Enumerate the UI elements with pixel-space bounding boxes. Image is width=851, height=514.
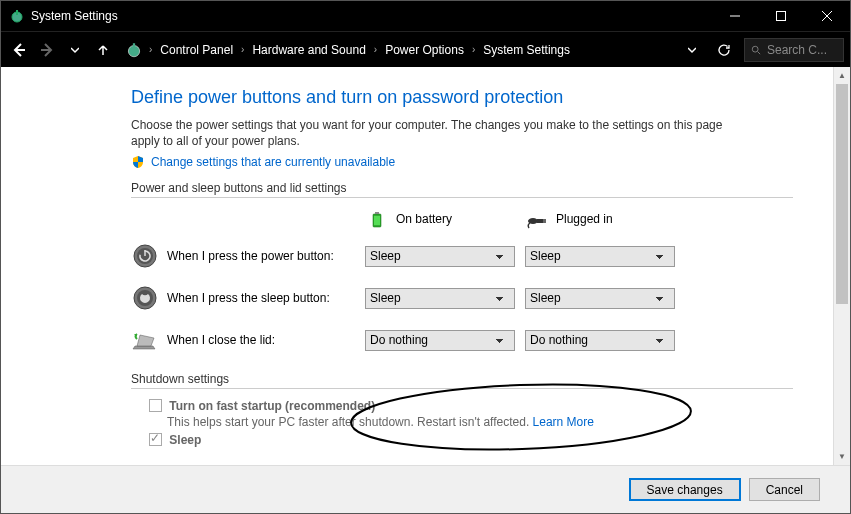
title-bar: System Settings: [1, 1, 850, 31]
page-description: Choose the power settings that you want …: [131, 118, 751, 149]
close-lid-battery-select[interactable]: Do nothing: [365, 330, 515, 351]
crumb-power-options[interactable]: Power Options: [383, 41, 466, 59]
scroll-down-icon[interactable]: ▼: [834, 448, 850, 465]
chevron-right-icon: ›: [147, 44, 154, 55]
close-button[interactable]: [804, 1, 850, 31]
back-button[interactable]: [7, 38, 31, 62]
power-button-icon: [131, 242, 159, 270]
svg-rect-9: [133, 43, 135, 49]
buttons-section-label: Power and sleep buttons and lid settings: [131, 181, 793, 198]
col-plugged-label: Plugged in: [556, 212, 613, 226]
scrollbar[interactable]: ▲ ▼: [833, 67, 850, 465]
crumb-hardware[interactable]: Hardware and Sound: [250, 41, 367, 59]
scrollbar-thumb[interactable]: [836, 84, 848, 304]
fast-startup-help: This helps start your PC faster after sh…: [131, 415, 793, 429]
crumb-system-settings[interactable]: System Settings: [481, 41, 572, 59]
recent-dropdown-icon[interactable]: [63, 38, 87, 62]
search-box[interactable]: [744, 38, 844, 62]
power-button-battery-select[interactable]: Sleep: [365, 246, 515, 267]
sleep-button-plugged-select[interactable]: Sleep: [525, 288, 675, 309]
address-dropdown-icon[interactable]: [680, 38, 704, 62]
shield-icon: [131, 155, 145, 169]
svg-line-11: [758, 51, 761, 54]
chevron-right-icon: ›: [470, 44, 477, 55]
refresh-button[interactable]: [712, 38, 736, 62]
close-lid-plugged-select[interactable]: Do nothing: [525, 330, 675, 351]
sleep-checkbox: [149, 433, 162, 446]
laptop-lid-icon: [131, 326, 159, 354]
scroll-up-icon[interactable]: ▲: [834, 67, 850, 84]
svg-rect-3: [777, 12, 786, 21]
column-headers: On battery Plugged in: [131, 208, 793, 230]
power-plan-icon: [125, 41, 143, 59]
window-title: System Settings: [31, 9, 712, 23]
chevron-right-icon: ›: [239, 44, 246, 55]
page-heading: Define power buttons and turn on passwor…: [131, 87, 793, 108]
sleep-checkbox-label: Sleep: [169, 433, 201, 447]
footer-bar: Save changes Cancel: [1, 465, 850, 513]
row-close-lid: When I close the lid: Do nothing Do noth…: [131, 326, 793, 354]
save-button[interactable]: Save changes: [629, 478, 741, 501]
svg-rect-1: [16, 10, 18, 15]
row-close-lid-label: When I close the lid:: [167, 333, 365, 347]
up-button[interactable]: [91, 38, 115, 62]
sleep-button-battery-select[interactable]: Sleep: [365, 288, 515, 309]
search-input[interactable]: [767, 43, 837, 57]
minimize-button[interactable]: [712, 1, 758, 31]
fast-startup-checkbox-row: Turn on fast startup (recommended): [131, 399, 793, 413]
row-power-button-label: When I press the power button:: [167, 249, 365, 263]
sleep-checkbox-row: Sleep: [131, 433, 793, 447]
svg-rect-16: [537, 219, 543, 223]
fast-startup-label: Turn on fast startup (recommended): [169, 399, 375, 413]
battery-icon: [366, 208, 388, 230]
svg-point-10: [752, 46, 758, 52]
search-icon: [751, 44, 761, 56]
power-button-plugged-select[interactable]: Sleep: [525, 246, 675, 267]
change-settings-link[interactable]: Change settings that are currently unava…: [151, 155, 395, 169]
svg-rect-14: [374, 216, 380, 225]
row-power-button: When I press the power button: Sleep Sle…: [131, 242, 793, 270]
learn-more-link[interactable]: Learn More: [533, 415, 594, 429]
row-sleep-button-label: When I press the sleep button:: [167, 291, 365, 305]
plug-icon: [526, 208, 548, 230]
app-icon: [9, 8, 25, 24]
forward-button[interactable]: [35, 38, 59, 62]
col-battery-label: On battery: [396, 212, 452, 226]
svg-rect-13: [375, 212, 379, 214]
nav-bar: › Control Panel › Hardware and Sound › P…: [1, 31, 850, 67]
maximize-button[interactable]: [758, 1, 804, 31]
crumb-control-panel[interactable]: Control Panel: [158, 41, 235, 59]
cancel-button[interactable]: Cancel: [749, 478, 820, 501]
content-pane: Define power buttons and turn on passwor…: [1, 67, 833, 465]
chevron-right-icon: ›: [372, 44, 379, 55]
row-sleep-button: When I press the sleep button: Sleep Sle…: [131, 284, 793, 312]
sleep-button-icon: [131, 284, 159, 312]
fast-startup-checkbox: [149, 399, 162, 412]
breadcrumb[interactable]: › Control Panel › Hardware and Sound › P…: [119, 41, 676, 59]
shutdown-section-label: Shutdown settings: [131, 372, 793, 389]
